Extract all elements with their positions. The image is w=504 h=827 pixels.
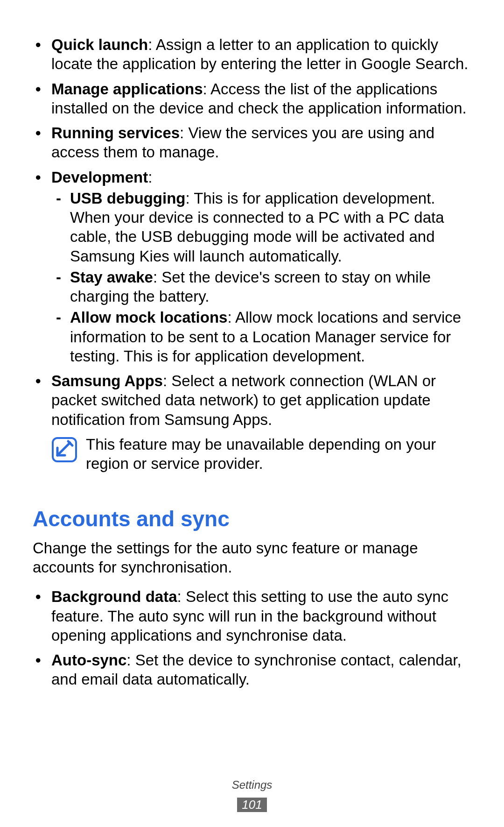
note-text: This feature may be unavailable dependin… <box>86 435 471 474</box>
list-item: Manage applications: Access the list of … <box>33 79 471 118</box>
list-item: Development: USB debugging: This is for … <box>33 168 471 366</box>
description: : <box>148 169 152 186</box>
term: Development <box>51 169 148 186</box>
term: Background data <box>51 588 177 605</box>
list-item: Samsung Apps: Select a network connectio… <box>33 371 471 429</box>
list-item: Quick launch: Assign a letter to an appl… <box>33 35 471 74</box>
list-item: Background data: Select this setting to … <box>33 587 471 645</box>
term: Quick launch <box>51 36 148 53</box>
list-item: Running services: View the services you … <box>33 123 471 162</box>
note-icon <box>51 437 77 463</box>
term: Stay awake <box>70 269 153 286</box>
term: USB debugging <box>70 190 185 207</box>
term: Manage applications <box>51 80 203 98</box>
sub-list-development: USB debugging: This is for application d… <box>51 189 471 366</box>
term: Auto-sync <box>51 651 126 669</box>
term: Allow mock locations <box>70 309 227 326</box>
note-callout: This feature may be unavailable dependin… <box>51 435 471 474</box>
list-item: Allow mock locations: Allow mock locatio… <box>51 308 471 366</box>
footer-section-label: Settings <box>0 778 504 792</box>
bullet-list-applications: Quick launch: Assign a letter to an appl… <box>33 35 471 429</box>
list-item: Stay awake: Set the device's screen to s… <box>51 268 471 306</box>
page-number: 101 <box>237 798 266 812</box>
page-footer: Settings 101 <box>0 778 504 813</box>
document-page: Quick launch: Assign a letter to an appl… <box>0 0 504 827</box>
bullet-list-accounts: Background data: Select this setting to … <box>33 587 471 689</box>
list-item: USB debugging: This is for application d… <box>51 189 471 266</box>
term: Running services <box>51 124 180 141</box>
list-item: Auto-sync: Set the device to synchronise… <box>33 650 471 689</box>
section-intro: Change the settings for the auto sync fe… <box>33 538 471 577</box>
term: Samsung Apps <box>51 372 163 389</box>
section-heading-accounts-sync: Accounts and sync <box>33 506 471 533</box>
